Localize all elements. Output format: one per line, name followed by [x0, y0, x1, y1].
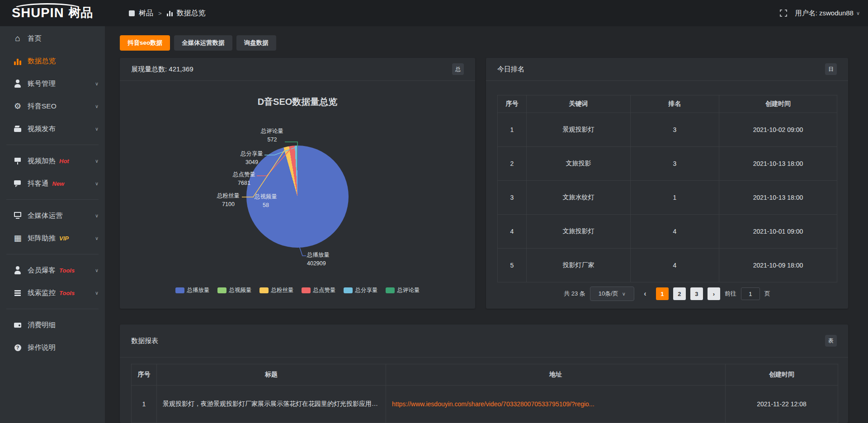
day-badge-button[interactable]: 日 [825, 63, 837, 75]
legend-swatch [217, 287, 226, 293]
ranking-card-header: 今日排名 日 [486, 58, 848, 81]
legend-swatch [344, 287, 353, 293]
breadcrumb: 树品 > 数据总览 [129, 0, 206, 26]
fullscreen-icon[interactable] [780, 9, 787, 17]
pie-label-videos: 总视频量 58 [239, 193, 293, 210]
cell-created: 2021-10-13 18:00 [719, 181, 837, 215]
hot-badge: Hot [59, 158, 69, 164]
chevron-down-icon [95, 81, 99, 87]
cell-url: https://www.iesdouyin.com/share/video/70… [386, 385, 726, 423]
legend-item-fans[interactable]: 总粉丝量 [259, 287, 294, 294]
legend-swatch [175, 287, 184, 293]
cell-title: 景观投影灯，夜游景观投影灯厂家展示展示落花灯在花园里的灯光投影应用效果 # [157, 385, 386, 423]
legend-swatch [259, 287, 269, 293]
chevron-down-icon [95, 126, 99, 132]
chevron-down-icon [95, 103, 99, 109]
impressions-total: 展现量总数: 421,369 [131, 65, 193, 74]
ranking-table: 序号 关键词 排名 创建时间 1 景观投影灯 3 2021-10-02 09:0… [497, 95, 837, 282]
data-tabs: 抖音seo数据 全媒体运营数据 询盘数据 [120, 35, 276, 51]
chevron-down-icon [95, 181, 99, 187]
cell-rank: 4 [631, 249, 719, 282]
sidebar-item-member-burst[interactable]: 会员爆客 Tools [0, 259, 105, 282]
sidebar-item-douketong[interactable]: 抖客通 New [0, 172, 105, 195]
main-content: 抖音seo数据 全媒体运营数据 询盘数据 展现量总数: 421,369 总 D音… [105, 26, 868, 423]
overview-card-header: 展现量总数: 421,369 总 [120, 58, 475, 81]
sidebar-item-consumption-detail[interactable]: 消费明细 [0, 314, 105, 336]
chevron-down-icon [95, 213, 99, 219]
next-page-button[interactable]: › [708, 287, 720, 300]
breadcrumb-root[interactable]: 树品 [139, 9, 153, 18]
vip-badge: VIP [59, 235, 69, 242]
pagination: 共 23 条 10条/页 ‹ 1 2 3 › 前往 页 [486, 287, 848, 301]
sidebar-item-account[interactable]: 账号管理 [0, 72, 105, 95]
page-button-1[interactable]: 1 [656, 287, 669, 300]
cell-keyword: 文旅投影 [527, 147, 631, 181]
table-row: 1 景观投影灯 3 2021-10-02 09:00 [498, 113, 837, 147]
goto-label: 前往 [725, 290, 736, 298]
user-icon [14, 80, 22, 88]
col-header-title: 标题 [157, 364, 386, 385]
sidebar-item-douyin-seo[interactable]: ⚙ 抖音SEO [0, 95, 105, 118]
sidebar-item-help[interactable]: 操作说明 [0, 336, 105, 359]
cell-created: 2021-11-22 12:08 [726, 385, 838, 423]
video-url-link[interactable]: https://www.iesdouyin.com/share/video/70… [392, 400, 594, 408]
chevron-down-icon [95, 235, 99, 241]
chevron-down-icon [95, 290, 99, 296]
ranking-table-header-row: 序号 关键词 排名 创建时间 [498, 95, 837, 113]
page-button-3[interactable]: 3 [690, 287, 703, 300]
legend-item-plays[interactable]: 总播放量 [175, 287, 210, 294]
user-menu[interactable]: 用户名: zswodun88 [795, 9, 860, 18]
impressions-total-label: 展现量总数: [131, 65, 167, 73]
tools-badge: Tools [59, 267, 75, 274]
sidebar-item-video-heat[interactable]: 视频加热 Hot [0, 150, 105, 172]
goto-page-input[interactable] [741, 287, 760, 300]
table-badge-button[interactable]: 表 [825, 335, 837, 347]
breadcrumb-current[interactable]: 数据总览 [177, 9, 206, 18]
sidebar-item-matrix-boost[interactable]: ▦ 矩阵助推 VIP [0, 227, 105, 249]
legend-item-likes[interactable]: 总点赞量 [302, 287, 336, 294]
page-size-select[interactable]: 10条/页 [590, 287, 634, 301]
app-logo: SHUPIN 树品 [12, 5, 93, 20]
table-row: 3 文旅水纹灯 1 2021-10-13 18:00 [498, 181, 837, 215]
cell-created: 2021-10-01 09:00 [719, 215, 837, 249]
report-card: 数据报表 表 序号 标题 地址 创建时间 1 景观投影灯，夜游景观投影灯厂家展示… [120, 324, 848, 423]
tab-all-media-data[interactable]: 全媒体运营数据 [174, 35, 232, 51]
chart-legend: 总播放量 总视频量 总粉丝量 总点赞量 总分享量 总评论量 [120, 287, 475, 294]
sidebar-item-all-media[interactable]: 全媒体运营 [0, 204, 105, 227]
cell-created: 2021-10-09 18:00 [719, 249, 837, 282]
cell-no: 1 [132, 385, 157, 423]
total-badge-button[interactable]: 总 [452, 63, 464, 75]
video-camera-icon [14, 125, 22, 133]
col-header-url: 地址 [386, 364, 726, 385]
sidebar-item-home[interactable]: ⌂ 首页 [0, 27, 105, 50]
pie-label-shares: 总分享量 3049 [225, 150, 279, 167]
top-bar: SHUPIN 树品 树品 > 数据总览 用户名: zswodun88 [0, 0, 868, 26]
cell-keyword: 投影灯厂家 [527, 249, 631, 282]
sidebar-divider [6, 309, 99, 309]
page-button-2[interactable]: 2 [673, 287, 686, 300]
sidebar-item-clue-monitor[interactable]: 线索监控 Tools [0, 282, 105, 304]
goto-unit: 页 [764, 290, 770, 298]
sidebar-item-data-overview[interactable]: 数据总览 [0, 50, 105, 72]
cell-keyword: 文旅投影灯 [527, 215, 631, 249]
legend-item-shares[interactable]: 总分享量 [344, 287, 378, 294]
cell-created: 2021-10-02 09:00 [719, 113, 837, 147]
sidebar-divider [6, 199, 99, 200]
chevron-down-icon [95, 158, 99, 164]
chevron-down-icon [622, 291, 626, 297]
wallet-icon [14, 321, 22, 329]
home-icon: ⌂ [14, 34, 22, 42]
cell-no: 1 [498, 113, 527, 147]
prev-page-button[interactable]: ‹ [639, 287, 651, 300]
sidebar-item-video-publish[interactable]: 视频发布 [0, 118, 105, 140]
report-card-header: 数据报表 表 [120, 324, 848, 357]
tab-douyin-seo-data[interactable]: 抖音seo数据 [120, 35, 170, 51]
legend-item-videos[interactable]: 总视频量 [217, 287, 252, 294]
chat-bubble-icon [14, 179, 22, 188]
cell-keyword: 文旅水纹灯 [527, 181, 631, 215]
chevron-down-icon [95, 268, 99, 273]
pie-label-comments: 总评论量 572 [245, 127, 299, 144]
legend-item-comments[interactable]: 总评论量 [386, 287, 420, 294]
tab-inquiry-data[interactable]: 询盘数据 [236, 35, 276, 51]
bar-chart-icon [14, 57, 22, 65]
